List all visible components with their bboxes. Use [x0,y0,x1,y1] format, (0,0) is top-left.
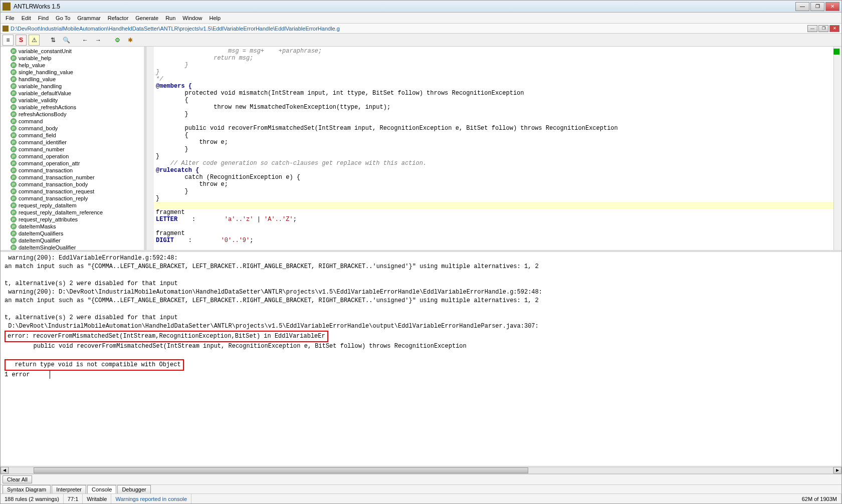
tree-item-label: handling_value [19,76,56,82]
menu-file[interactable]: File [3,14,18,22]
tree-item[interactable]: Pcommand_transaction [1,167,144,174]
scroll-thumb[interactable] [34,467,528,473]
tree-item[interactable]: Pvariable_validity [1,97,144,104]
rule-icon: P [11,104,17,110]
tree-item[interactable]: Pcommand_transaction_body [1,181,144,188]
minimize-button[interactable]: — [795,2,809,11]
menu-grammar[interactable]: Grammar [74,14,103,22]
menu-window[interactable]: Window [179,14,205,22]
clear-all-button[interactable]: Clear All [3,475,32,483]
scroll-right-icon[interactable]: ▶ [833,467,841,474]
doc-maximize-button[interactable]: ❐ [818,25,828,32]
tree-item-label: variable_help [19,55,51,61]
tree-item-label: command_transaction_reply [19,195,88,201]
tool-forward-icon[interactable]: → [93,35,104,46]
menu-find[interactable]: Find [35,14,52,22]
rule-icon: P [11,118,17,124]
top-split: Pvariable_constantUnitPvariable_helpPhel… [1,47,841,252]
tool-sort-icon[interactable]: ⇅ [48,35,59,46]
console-output[interactable]: warning(200): EddlVariableErrorHandle.g:… [1,252,841,466]
tree-item[interactable]: Pcommand_number [1,146,144,153]
tool-back-icon[interactable]: ← [80,35,91,46]
rule-icon: P [11,202,17,208]
menu-generate[interactable]: Generate [132,14,161,22]
rule-icon: P [11,216,17,222]
tree-item[interactable]: Pcommand_operation [1,153,144,160]
tree-item[interactable]: Prequest_reply_dataItem_reference [1,209,144,216]
tree-item-label: dateItemQualifier [19,237,61,243]
tree-item[interactable]: PrefreshActionsBody [1,111,144,118]
rule-icon: P [11,62,17,68]
tool-syntax-icon[interactable]: S [16,35,27,46]
status-position: 77:1 [64,494,83,503]
error-highlight-2: return type void is not compatible with … [5,359,184,371]
tree-item[interactable]: PdateItemSingleQualifier [1,244,144,250]
editor-vscroll-left[interactable] [146,47,154,250]
tree-item[interactable]: Pcommand_body [1,125,144,132]
doc-close-button[interactable]: ✕ [829,25,839,32]
tree-item[interactable]: Pcommand_field [1,132,144,139]
tree-item[interactable]: Pvariable_help [1,55,144,62]
tree-item[interactable]: Phandling_value [1,76,144,83]
rule-icon: P [11,90,17,96]
tree-item[interactable]: Psingle_handling_value [1,69,144,76]
tree-item-label: refreshActionsBody [19,111,66,117]
tree-item[interactable]: Pcommand_transaction_number [1,174,144,181]
tree-item[interactable]: Prequest_reply_dataItem [1,202,144,209]
tree-item[interactable]: PdateItemQualifier [1,237,144,244]
tree-item-label: command_transaction [19,167,73,173]
maximize-button[interactable]: ❐ [810,2,824,11]
tab-interpreter[interactable]: Interpreter [52,485,86,493]
menu-edit[interactable]: Edit [19,14,34,22]
status-rules: 188 rules (2 warnings) [1,494,64,503]
tree-item-label: variable_validity [19,97,58,103]
rules-tree[interactable]: Pvariable_constantUnitPvariable_helpPhel… [1,47,146,250]
console-hscroll[interactable]: ◀ ▶ [1,466,841,474]
menubar: File Edit Find Go To Grammar Refactor Ge… [1,13,841,24]
tree-item[interactable]: Pcommand_identifier [1,139,144,146]
doc-minimize-button[interactable]: — [807,25,817,32]
tab-syntax-diagram[interactable]: Syntax Diagram [3,485,51,493]
rule-icon: P [11,146,17,152]
rule-icon: P [11,111,17,117]
tree-item[interactable]: Pvariable_refreshActions [1,104,144,111]
tree-item[interactable]: Pcommand [1,118,144,125]
tree-item[interactable]: Pcommand_operation_attr [1,160,144,167]
rule-icon: P [11,223,17,229]
tab-console[interactable]: Console [87,485,116,493]
tool-bug-icon[interactable]: ✱ [125,35,136,46]
tree-item[interactable]: Pcommand_transaction_request [1,188,144,195]
tool-list-icon[interactable]: ≡ [3,35,14,46]
editor-vscroll[interactable] [833,47,841,250]
rule-icon: P [11,174,17,180]
file-path: D:\DevRoot\IndustrialMobileAutomation\Ha… [11,26,807,32]
tree-item[interactable]: Pvariable_constantUnit [1,48,144,55]
tree-item-label: dateItemSingleQualifier [19,244,76,250]
tree-item[interactable]: Pcommand_transaction_reply [1,195,144,202]
tab-debugger[interactable]: Debugger [117,485,150,493]
pathbar: D:\DevRoot\IndustrialMobileAutomation\Ha… [1,24,841,34]
tree-item-label: command_operation [19,153,69,159]
tool-debug-icon[interactable]: ⚙ [112,35,123,46]
menu-help[interactable]: Help [206,14,224,22]
tree-item[interactable]: PdateItemMasks [1,223,144,230]
console-toolbar: Clear All [1,474,841,484]
rule-icon: P [11,132,17,138]
menu-refactor[interactable]: Refactor [105,14,132,22]
tree-item[interactable]: Phelp_value [1,62,144,69]
tree-item[interactable]: Pvariable_defaultValue [1,90,144,97]
tool-warning-icon[interactable]: ⚠ [29,35,40,46]
menu-run[interactable]: Run [162,14,178,22]
scroll-left-icon[interactable]: ◀ [1,467,9,474]
code-editor[interactable]: msg = msg+ +paraphrase; return msg; } } … [154,47,833,250]
close-button[interactable]: ✕ [825,2,839,11]
tree-item[interactable]: Pvariable_handling [1,83,144,90]
rule-icon: P [11,76,17,82]
tree-item[interactable]: Prequest_reply_attributes [1,216,144,223]
tree-item-label: variable_defaultValue [19,90,71,96]
menu-goto[interactable]: Go To [53,14,73,22]
status-warnings-link[interactable]: Warnings reported in console [111,494,191,503]
tree-item[interactable]: PdateItemQualifiers [1,230,144,237]
text-cursor [50,371,50,379]
tool-search-icon[interactable]: 🔍 [61,35,72,46]
